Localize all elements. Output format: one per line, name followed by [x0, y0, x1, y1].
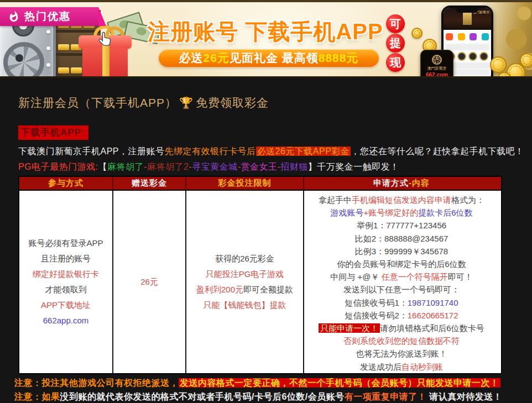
text-segment: APP下载地址	[41, 300, 91, 310]
text-segment: 注意：如果	[14, 392, 60, 401]
text-segment: PG电子最热门游戏:	[18, 162, 98, 171]
table-line: 游戏账号+账号绑定好的提款卡后6位数	[330, 206, 472, 219]
trophy-icon: 🏆	[179, 97, 194, 109]
table-line: 也将无法为你派送到账！	[356, 347, 447, 360]
withdrawable-badge: 可 提 现	[386, 14, 405, 72]
page-title: 新注册会员（下载手机APP）🏆免费领取彩金	[18, 95, 269, 111]
text-segment: 必送26元下载APP彩金	[256, 146, 351, 156]
table-line: 盈利到200元即可全额提款	[196, 282, 293, 297]
text-segment: 申请方式	[373, 178, 409, 189]
text-segment: 赠送彩金	[132, 178, 167, 189]
text-segment: 否则系统收到您的短信数据不符	[343, 336, 460, 346]
coin-icon	[490, 56, 507, 73]
ribbon-label: 热门优惠	[24, 9, 71, 24]
text-segment: 麻将胡了	[107, 162, 144, 171]
table-header-bet-limit: 彩金投注限制	[186, 177, 304, 190]
text-segment: 8888元	[319, 50, 359, 66]
table-line: 短信接收号码1：19871091740	[345, 296, 458, 309]
text-segment: 招财猫	[280, 162, 308, 171]
text-segment: -内容	[409, 178, 430, 189]
table-line: 绑定好提款银行卡	[33, 266, 99, 282]
text-segment: 比例3：999999￥345678	[355, 247, 448, 256]
text-segment: 绑定好提款银行卡	[33, 269, 99, 279]
table-line: 否则系统收到您的短信数据不符	[343, 334, 460, 347]
text-segment: 请认真对待发送！	[426, 392, 502, 401]
text-segment: 参与方式	[48, 178, 84, 189]
promo-banner[interactable]: 热门优惠 注册账号 下载手机APP 必送26元见面礼金 最高领8888元 可 提…	[0, 0, 532, 78]
text-segment: 短信接收号码1：	[345, 298, 407, 307]
safe-wheel	[3, 42, 44, 78]
text-segment: 格式为：	[451, 195, 484, 205]
phone-content-bar	[446, 44, 489, 50]
mascot-graphic	[463, 12, 472, 25]
app-icon-name: 澳門新葡京	[427, 66, 447, 71]
text-segment: 麻将胡了2	[147, 162, 189, 171]
text-segment: 赏金女王	[241, 162, 277, 171]
text-segment: 26元	[140, 277, 158, 286]
text-segment: 即可！	[448, 272, 473, 281]
note-2: 注意：如果没到账的就代表你发送的格式不对或者手机号码/卡号后6位数/会员账号有一…	[14, 391, 502, 403]
table-line: 发送成功后自动秒到账	[360, 360, 443, 373]
table-line: 才能领取到	[45, 282, 87, 297]
table-header-bonus: 赠送彩金	[113, 177, 186, 190]
text-segment: 短信接收号码2：	[345, 311, 407, 320]
text-segment: 举例1：777777+123456	[357, 221, 446, 230]
table-line: 中间与 +@￥ 任意一个符号隔开即可！	[330, 270, 472, 283]
phone-nav-row	[444, 30, 491, 43]
text-segment: 只能申请一次！	[319, 323, 380, 333]
table-line: 获得的26元彩金	[215, 251, 274, 266]
table-line: 比如2：888888@234567	[355, 232, 448, 245]
table-line: 26元	[140, 277, 158, 287]
hand-cursor-icon	[97, 31, 114, 50]
sms-number-2: 16620665172	[408, 311, 458, 320]
hot-promo-ribbon[interactable]: 热门优惠	[0, 7, 98, 26]
table-line: 拿起手中手机编辑短信发送内容申请格式为：	[319, 193, 484, 206]
text-segment: 比如2：888888@234567	[355, 234, 448, 243]
text-segment: 没到账的就代表你发送的格式不对或者手机号码/卡号后6位数/会员账号	[60, 392, 345, 401]
table-line: 账号必须有登录APP	[28, 235, 103, 251]
page-title-part2: 免费领取彩金	[196, 96, 269, 109]
text-segment: 寻宝黄金城	[192, 162, 238, 171]
text-segment: 请勿填错格式和后6位数卡号	[380, 323, 484, 333]
text-segment: 才能领取到	[45, 285, 87, 294]
text-segment: 先绑定有效银行卡号后	[165, 146, 256, 156]
lisboa-emblem-icon	[432, 55, 442, 65]
table-line: 只能投注PG电子游戏	[206, 266, 284, 282]
text-segment: 发送成功后	[360, 362, 401, 371]
sms-number-1: 19871091740	[408, 298, 458, 307]
text-segment: 千万奖金一触即发！	[317, 162, 399, 171]
text-segment: 下载澳门新葡京手机APP，注册账号	[18, 146, 165, 156]
promo-paragraph: 下载澳门新葡京手机APP，注册账号先绑定有效银行卡号后必送26元下载APP彩金，…	[18, 146, 524, 158]
text-segment: 获得的26元彩金	[215, 254, 274, 263]
table-line: 且注册的账号	[41, 251, 91, 266]
text-segment: 见面礼金 最高领	[230, 50, 319, 66]
link-662app[interactable]: 662app.com	[43, 316, 89, 325]
app-icon[interactable]: 澳門新葡京 662.com	[420, 50, 453, 78]
text-segment: 也将无法为你派送到账！	[356, 349, 447, 358]
text-segment: 提款卡后6位数	[418, 208, 472, 217]
text-segment: 任意一个符号隔开	[382, 272, 448, 281]
table-header-row: 参与方式 赠送彩金 彩金投注限制 申请方式-内容	[19, 177, 501, 191]
coin-icon	[411, 28, 423, 39]
text-segment: +账号绑定好的	[363, 208, 418, 217]
text-segment: 游戏账号	[330, 208, 363, 217]
flame-icon	[8, 11, 20, 23]
text-segment: 只能投注PG电子游戏	[206, 269, 284, 279]
text-segment: 注意：投注其他游戏公司有权拒绝派送，	[14, 378, 179, 388]
phone-notch	[456, 8, 478, 13]
promo-headline: 注册账号 下载手机APP	[133, 17, 398, 47]
page-title-part1: 新注册会员（下载手机APP）	[18, 96, 177, 109]
promo-table: 参与方式 赠送彩金 彩金投注限制 申请方式-内容 账号必须有登录APP且注册的账…	[18, 176, 502, 374]
text-segment: 【	[98, 162, 108, 171]
text-segment: 自动秒到账	[401, 362, 443, 371]
text-segment: 中间与 +@￥	[330, 272, 381, 281]
text-segment: 即可全额提款	[243, 285, 293, 294]
table-line: 只能申请一次！请勿填错格式和后6位数卡号	[319, 322, 484, 334]
text-segment: 26元	[204, 50, 230, 66]
withdraw-char-3: 现	[386, 53, 405, 72]
text-segment: 拿起手中	[319, 195, 352, 205]
text-segment: 有一项重复申请了！	[345, 392, 427, 401]
table-line: 比例3：999999￥345678	[355, 245, 448, 258]
text-segment: ，您还在等什么呢？赶快拿起手机下载吧！	[351, 146, 524, 156]
table-line: 662app.com	[43, 313, 89, 328]
